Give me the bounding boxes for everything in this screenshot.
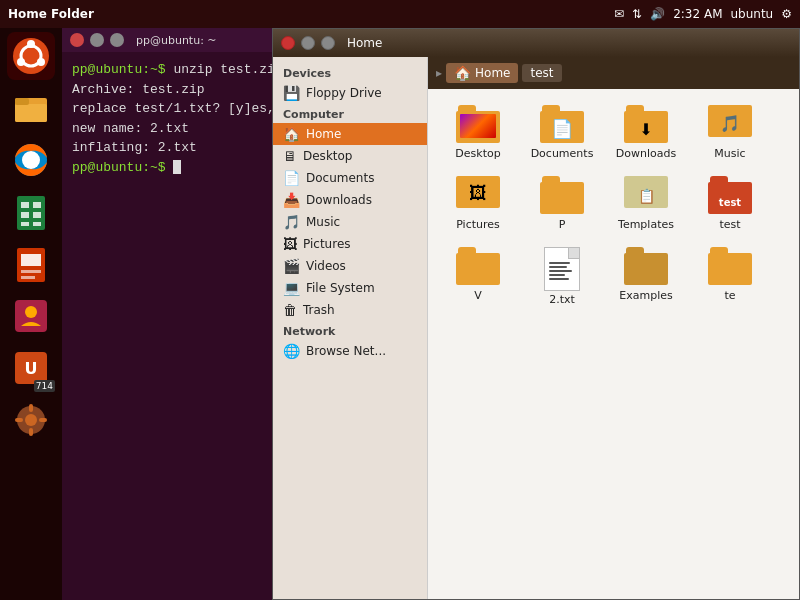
network-browse-icon: 🌐 [283,343,300,359]
places-downloads[interactable]: 📥 Downloads [273,189,427,211]
terminal-max-btn[interactable] [110,33,124,47]
svg-point-4 [17,58,25,66]
fm-files-panel: ▸ 🏠 Home test [428,57,799,599]
places-network[interactable]: 🌐 Browse Net... [273,340,427,362]
places-filesystem-label: File System [306,281,375,295]
mail-icon[interactable]: ✉ [614,7,624,21]
places-home[interactable]: 🏠 Home [273,123,427,145]
file-te[interactable]: te [690,241,770,312]
file-documents-label: Documents [531,147,594,160]
filesystem-icon: 💻 [283,280,300,296]
file-music[interactable]: 🎵 Music [690,99,770,166]
top-panel: Home Folder ✉ ⇅ 🔊 2:32 AM ubuntu ⚙ [0,0,800,28]
fm-max-btn[interactable] [321,36,335,50]
breadcrumb-arrow: ▸ [436,66,442,80]
file-2txt-label: 2.txt [549,293,575,306]
svg-point-2 [27,40,35,48]
file-2txt[interactable]: 2.txt [522,241,602,312]
file-pictures-label: Pictures [456,218,500,231]
places-computer-header: Computer [273,104,427,123]
fm-min-btn[interactable] [301,36,315,50]
file-desktop-label: Desktop [455,147,500,160]
gear-icon[interactable]: ⚙ [781,7,792,21]
panel-right: ✉ ⇅ 🔊 2:32 AM ubuntu ⚙ [614,7,792,21]
places-floppy[interactable]: 💾 Floppy Drive [273,82,427,104]
svg-rect-13 [21,212,29,218]
terminal-title: pp@ubuntu: ~ [136,34,217,47]
txt-file-icon [544,247,580,291]
places-home-label: Home [306,127,341,141]
breadcrumb-test[interactable]: test [522,64,561,82]
documents-folder-icon: 📄 [540,105,584,143]
svg-rect-16 [33,222,41,226]
svg-rect-20 [21,276,35,279]
terminal-close-btn[interactable] [70,33,84,47]
svg-rect-12 [33,202,41,208]
panel-title: Home Folder [8,7,94,21]
places-videos[interactable]: 🎬 Videos [273,255,427,277]
places-music-label: Music [306,215,340,229]
places-pictures[interactable]: 🖼 Pictures [273,233,427,255]
home-icon: 🏠 [283,126,300,142]
svg-rect-27 [29,404,33,412]
dock-ubuntu-one[interactable]: U 714 [7,344,55,392]
main-area: U 714 pp@ubuntu: ~ pp@ubuntu:~$ unzip te… [0,28,800,600]
dock-ubuntu[interactable] [7,32,55,80]
file-templates[interactable]: 📋 Templates [606,170,686,237]
fm-content: Devices 💾 Floppy Drive Computer 🏠 Home 🖥… [273,57,799,599]
desktop-folder-icon [456,105,500,143]
clock: 2:32 AM [673,7,722,21]
breadcrumb-home[interactable]: 🏠 Home [446,63,518,83]
places-downloads-label: Downloads [306,193,372,207]
file-downloads[interactable]: ⬇ Downloads [606,99,686,166]
svg-point-9 [22,151,40,169]
places-desktop[interactable]: 🖥 Desktop [273,145,427,167]
places-network-label: Browse Net... [306,344,386,358]
places-desktop-label: Desktop [303,149,353,163]
floppy-icon: 💾 [283,85,300,101]
documents-icon: 📄 [283,170,300,186]
templates-overlay-icon: 📋 [638,188,655,204]
volume-icon[interactable]: 🔊 [650,7,665,21]
dock-software[interactable] [7,292,55,340]
dock-impress[interactable] [7,240,55,288]
file-examples[interactable]: Examples [606,241,686,312]
places-trash[interactable]: 🗑 Trash [273,299,427,321]
file-test[interactable]: test test [690,170,770,237]
desktop-folder-icon: 🖥 [283,148,297,164]
dock: U 714 [0,28,62,600]
file-v[interactable]: V [438,241,518,312]
downloads-icon: 📥 [283,192,300,208]
dock-settings[interactable] [7,396,55,444]
downloads-folder-icon: ⬇ [624,105,668,143]
network-icon[interactable]: ⇅ [632,7,642,21]
places-videos-label: Videos [306,259,346,273]
file-desktop[interactable]: Desktop [438,99,518,166]
places-filesystem[interactable]: 💻 File System [273,277,427,299]
places-devices-header: Devices [273,63,427,82]
fm-close-btn[interactable] [281,36,295,50]
svg-rect-7 [15,98,29,105]
file-p[interactable]: P [522,170,602,237]
svg-point-3 [37,58,45,66]
dock-firefox[interactable] [7,136,55,184]
svg-text:U: U [25,359,38,378]
test-folder-icon: test [708,176,752,214]
svg-rect-28 [29,428,33,436]
file-documents[interactable]: 📄 Documents [522,99,602,166]
pictures-folder-icon: 🖼 [456,176,500,214]
places-trash-label: Trash [303,303,335,317]
file-pictures[interactable]: 🖼 Pictures [438,170,518,237]
file-manager: Home Devices 💾 Floppy Drive Computer 🏠 H… [272,28,800,600]
music-overlay-icon: 🎵 [720,114,740,133]
svg-point-22 [25,306,37,318]
username: ubuntu [730,7,773,21]
trash-icon: 🗑 [283,302,297,318]
dock-files[interactable] [7,84,55,132]
file-test-label: test [719,218,740,231]
places-music[interactable]: 🎵 Music [273,211,427,233]
terminal-min-btn[interactable] [90,33,104,47]
places-documents[interactable]: 📄 Documents [273,167,427,189]
dock-calc[interactable] [7,188,55,236]
breadcrumb-home-icon: 🏠 [454,65,471,81]
